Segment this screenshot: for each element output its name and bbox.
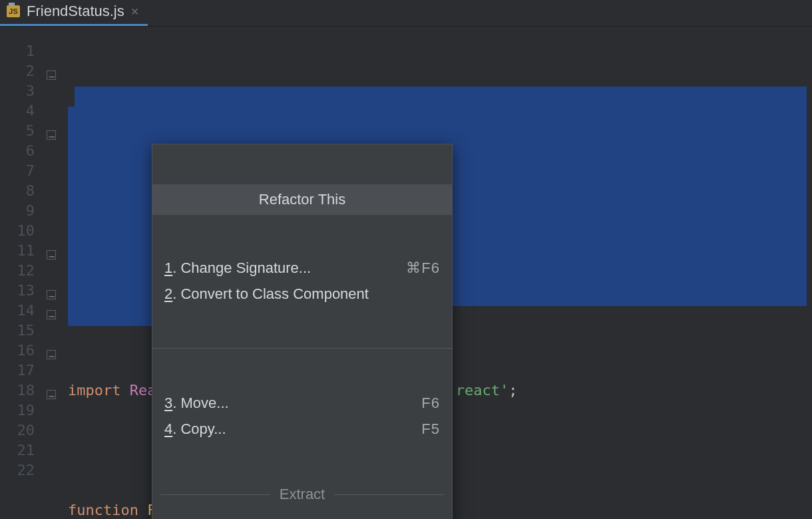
line-number: 12 (0, 261, 35, 281)
line-number: 8 (0, 181, 35, 201)
popup-item[interactable]: 2. Convert to Class Component (152, 281, 452, 307)
line-number-gutter: 12345678910111213141516171819202122 (0, 27, 41, 519)
popup-title: Refactor This (152, 184, 452, 215)
close-icon[interactable]: × (131, 5, 139, 18)
line-number: 5 (0, 121, 35, 141)
line-number: 3 (0, 81, 35, 101)
fold-handle-icon[interactable] (47, 130, 56, 140)
popup-item-label: 3. Move... (164, 393, 229, 413)
line-number: 2 (0, 61, 35, 81)
section-label: Extract (270, 484, 334, 504)
code-editor[interactable]: 12345678910111213141516171819202122 impo… (0, 27, 812, 519)
popup-item-shortcut: F5 (421, 419, 440, 439)
line-number: 17 (0, 361, 35, 381)
fold-handle-icon[interactable] (47, 310, 56, 319)
popup-separator (152, 348, 452, 349)
popup-item-label: 1. Change Signature... (164, 258, 311, 278)
kw-function: function (68, 502, 138, 518)
popup-item-shortcut: F6 (421, 393, 440, 413)
kw-import: import (68, 382, 120, 399)
line-number: 21 (0, 440, 35, 460)
line-number: 18 (0, 381, 35, 401)
line-number: 9 (0, 201, 35, 221)
line-number: 20 (0, 421, 35, 440)
popup-item-label: 4. Copy... (164, 419, 226, 439)
fold-handle-icon[interactable] (47, 290, 56, 299)
fold-handle-icon[interactable] (47, 250, 56, 260)
popup-item[interactable]: 4. Copy...F5 (152, 416, 452, 442)
line-number: 7 (0, 161, 35, 181)
line-number: 11 (0, 241, 35, 261)
popup-item[interactable]: 3. Move...F6 (152, 390, 452, 416)
popup-item-label: 2. Convert to Class Component (164, 284, 369, 304)
fold-handle-icon[interactable] (47, 350, 56, 359)
line-number: 10 (0, 221, 35, 241)
line-number: 13 (0, 281, 35, 301)
code-area[interactable]: import React, { useState, useEffect } fr… (68, 27, 812, 519)
line-number: 4 (0, 101, 35, 121)
refactor-popup: Refactor This 1. Change Signature...⌘F62… (152, 144, 453, 519)
fold-gutter (41, 27, 68, 519)
file-tab[interactable]: JS FriendStatus.js × (0, 0, 148, 26)
line-number: 16 (0, 341, 35, 361)
popup-item-shortcut: ⌘F6 (406, 258, 440, 278)
js-file-icon: JS (7, 5, 20, 18)
line-number: 22 (0, 460, 35, 480)
fold-handle-icon[interactable] (47, 390, 56, 399)
popup-item[interactable]: 1. Change Signature...⌘F6 (152, 255, 452, 281)
line-number: 1 (0, 41, 35, 61)
line-number: 19 (0, 401, 35, 421)
str-react: 'react' (447, 382, 509, 399)
tab-filename: FriendStatus.js (27, 3, 124, 20)
fold-handle-icon[interactable] (47, 71, 56, 80)
tab-bar: JS FriendStatus.js × (0, 0, 812, 27)
line-number: 14 (0, 301, 35, 321)
line-number: 15 (0, 321, 35, 341)
popup-section-extract: Extract (152, 482, 452, 507)
line-number: 6 (0, 141, 35, 161)
